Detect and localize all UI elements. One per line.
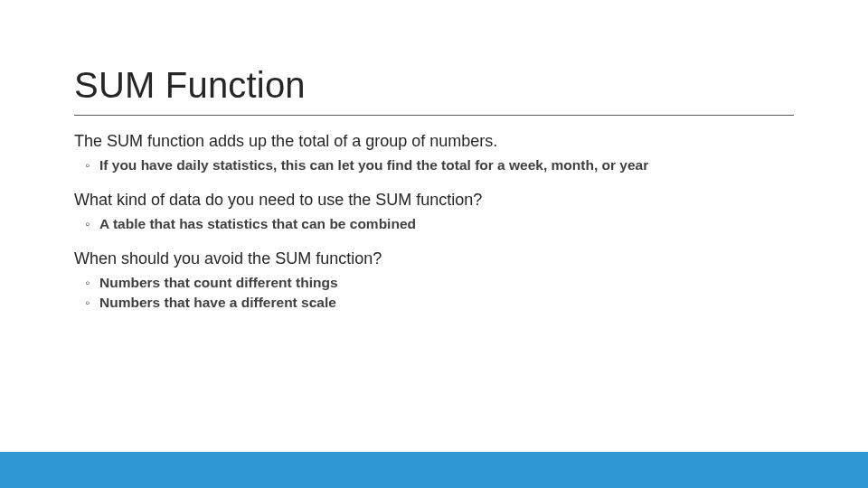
section-3: When should you avoid the SUM function? … [74, 248, 794, 314]
section-lead: The SUM function adds up the total of a … [74, 130, 794, 152]
bullet-list: A table that has statistics that can be … [74, 214, 794, 234]
section-1: The SUM function adds up the total of a … [74, 130, 794, 176]
bullet-list: If you have daily statistics, this can l… [74, 155, 794, 175]
bullet-item: Numbers that have a different scale [74, 293, 794, 313]
slide: SUM Function The SUM function adds up th… [0, 0, 868, 488]
section-2: What kind of data do you need to use the… [74, 189, 794, 235]
bullet-item: If you have daily statistics, this can l… [74, 155, 794, 175]
footer-accent-bar [0, 452, 868, 488]
slide-title: SUM Function [74, 65, 794, 116]
bullet-item: A table that has statistics that can be … [74, 214, 794, 234]
section-lead: What kind of data do you need to use the… [74, 189, 794, 211]
bullet-item: Numbers that count different things [74, 273, 794, 293]
bullet-list: Numbers that count different things Numb… [74, 273, 794, 314]
section-lead: When should you avoid the SUM function? [74, 248, 794, 269]
